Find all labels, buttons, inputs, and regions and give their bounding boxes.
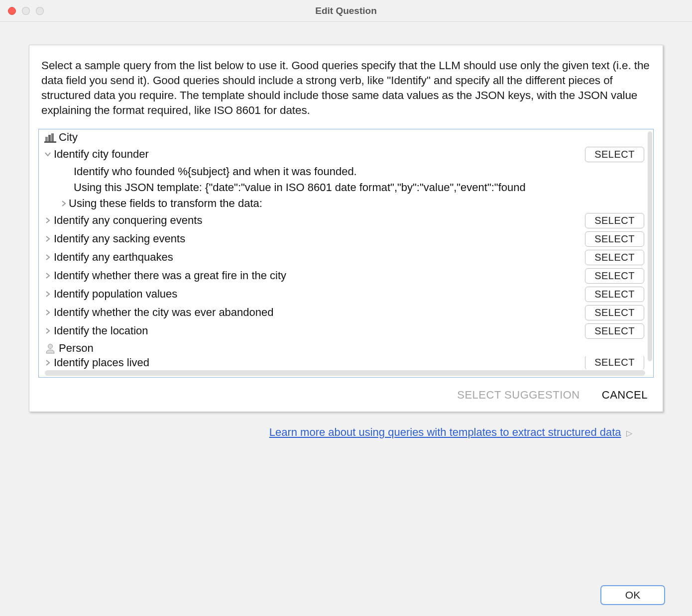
query-label: Identify population values: [53, 288, 177, 301]
query-detail-line: Identify who founded %{subject} and when…: [39, 164, 653, 180]
content-area: Select a sample query from the list belo…: [0, 22, 692, 449]
query-label: Identify whether the city was ever aband…: [53, 306, 274, 319]
chevron-right-icon[interactable]: [43, 327, 53, 334]
group-row-city: City: [39, 129, 653, 145]
chevron-right-icon[interactable]: [59, 200, 69, 207]
group-row-person: Person: [39, 340, 653, 356]
group-label: Person: [59, 342, 94, 355]
city-icon: [44, 131, 57, 144]
chevron-right-icon[interactable]: [43, 235, 53, 242]
select-suggestion-button: SELECT SUGGESTION: [457, 389, 579, 402]
query-label: Identify any conquering events: [53, 214, 202, 227]
learn-more-link[interactable]: Learn more about using queries with temp…: [269, 426, 621, 438]
query-label: Identify the location: [53, 324, 148, 337]
query-list-inner: City Identify city founder SELECT Identi…: [39, 129, 653, 369]
scrollbar-horizontal[interactable]: [45, 370, 645, 376]
query-label: Identify any earthquakes: [53, 251, 173, 264]
select-button[interactable]: SELECT: [585, 323, 644, 339]
query-row[interactable]: Identify city founder SELECT: [39, 145, 653, 164]
cancel-button[interactable]: CANCEL: [602, 389, 648, 402]
query-sub-row[interactable]: Using these fields to transform the data…: [39, 196, 653, 211]
query-row[interactable]: Identify the location SELECT: [39, 322, 653, 340]
person-icon: [44, 342, 57, 355]
select-button[interactable]: SELECT: [585, 287, 644, 302]
svg-rect-0: [45, 137, 48, 142]
query-label: Identify city founder: [53, 148, 149, 161]
select-button[interactable]: SELECT: [585, 305, 644, 320]
chevron-right-icon[interactable]: [43, 309, 53, 316]
query-row[interactable]: Identify population values SELECT: [39, 285, 653, 304]
instructions-text: Select a sample query from the list belo…: [38, 58, 654, 129]
svg-rect-2: [51, 133, 54, 142]
query-listbox[interactable]: City Identify city founder SELECT Identi…: [38, 129, 654, 378]
select-button[interactable]: SELECT: [585, 147, 644, 162]
svg-rect-3: [44, 141, 56, 143]
chevron-right-icon[interactable]: [43, 291, 53, 298]
chevron-right-icon[interactable]: [43, 359, 53, 366]
titlebar: Edit Question: [0, 0, 692, 22]
select-button[interactable]: SELECT: [585, 250, 644, 265]
external-link-icon: ▷: [626, 429, 632, 437]
scrollbar-vertical[interactable]: [648, 131, 652, 361]
main-panel: Select a sample query from the list belo…: [29, 45, 663, 412]
window-title: Edit Question: [0, 5, 692, 16]
detail-text: Identify who founded %{subject} and when…: [74, 165, 357, 178]
query-detail-line: Using this JSON template: {"date":"value…: [39, 180, 653, 196]
learn-more-row: Learn more about using queries with temp…: [29, 412, 663, 439]
chevron-right-icon[interactable]: [43, 272, 53, 279]
ok-button[interactable]: OK: [600, 585, 665, 605]
chevron-down-icon[interactable]: [43, 151, 53, 158]
query-row[interactable]: Identify whether there was a great fire …: [39, 267, 653, 285]
dialog-button-row: SELECT SUGGESTION CANCEL: [38, 378, 654, 404]
query-label: Identify any sacking events: [53, 232, 185, 245]
query-row[interactable]: Identify any conquering events SELECT: [39, 211, 653, 230]
svg-rect-1: [48, 135, 51, 142]
query-label: Identify places lived: [53, 356, 149, 369]
query-label: Identify whether there was a great fire …: [53, 269, 286, 282]
chevron-right-icon[interactable]: [43, 254, 53, 261]
sub-label: Using these fields to transform the data…: [69, 197, 262, 210]
query-row[interactable]: Identify whether the city was ever aband…: [39, 304, 653, 322]
select-button[interactable]: SELECT: [585, 268, 644, 284]
select-button[interactable]: SELECT: [585, 231, 644, 247]
select-button[interactable]: SELECT: [585, 213, 644, 228]
detail-text: Using this JSON template: {"date":"value…: [74, 181, 526, 194]
svg-point-4: [48, 344, 53, 348]
group-label: City: [59, 131, 78, 144]
footer-row: OK: [600, 585, 665, 605]
query-row[interactable]: Identify any earthquakes SELECT: [39, 248, 653, 267]
query-row[interactable]: Identify any sacking events SELECT: [39, 230, 653, 248]
chevron-right-icon[interactable]: [43, 217, 53, 224]
select-button[interactable]: SELECT: [585, 356, 644, 369]
query-row[interactable]: Identify places lived SELECT: [39, 356, 653, 369]
